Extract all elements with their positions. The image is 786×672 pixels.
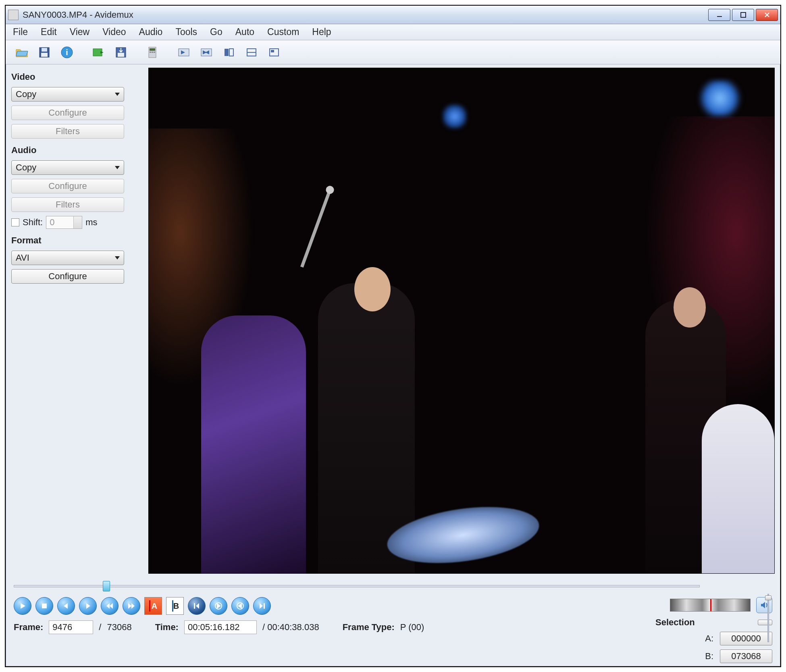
lower-panel: A B Frame: 9476 / 73068 Time: 00:05:16.1… — [6, 595, 780, 666]
toolbar-save-button[interactable] — [35, 43, 54, 62]
timeline-thumb[interactable] — [103, 581, 110, 591]
toolbar-crop-right-button[interactable] — [242, 43, 261, 62]
menu-auto[interactable]: Auto — [235, 25, 255, 39]
selection-heading: Selection — [655, 617, 695, 628]
app-window: SANY0003.MP4 - Avidemux File Edit View V… — [5, 5, 781, 667]
goto-end-button[interactable] — [231, 597, 249, 615]
time-label: Time: — [155, 622, 179, 633]
app-icon — [8, 10, 19, 20]
floppy-disk-icon — [37, 46, 51, 59]
minimize-button[interactable] — [708, 9, 730, 21]
jog-wheel[interactable] — [670, 599, 751, 612]
audio-shift-spinner[interactable]: 0 — [46, 216, 82, 229]
toolbar-preview-button[interactable] — [264, 43, 284, 62]
menu-tools[interactable]: Tools — [175, 25, 198, 39]
maximize-button[interactable] — [732, 9, 754, 21]
format-configure-button[interactable]: Configure — [11, 269, 124, 284]
calculator-icon — [146, 46, 159, 59]
frame-total: 73068 — [107, 622, 131, 633]
step-forward-icon — [84, 602, 92, 610]
svg-rect-18 — [229, 49, 233, 56]
audio-filters-button[interactable]: Filters — [11, 197, 124, 212]
svg-rect-4 — [41, 53, 48, 57]
toolbar-open-button[interactable] — [12, 43, 31, 62]
menu-file[interactable]: File — [12, 25, 29, 39]
selection-b-value[interactable]: 073068 — [720, 649, 772, 663]
toolbar-mark-in-button[interactable] — [174, 43, 193, 62]
toolbar-append-button[interactable] — [89, 43, 108, 62]
mark-out-icon — [200, 46, 213, 59]
svg-text:i: i — [66, 48, 68, 57]
save-video-icon — [114, 46, 128, 59]
skip-forward-icon — [258, 602, 266, 610]
menu-go[interactable]: Go — [209, 25, 223, 39]
video-codec-dropdown[interactable]: Copy — [11, 87, 124, 102]
frame-sep: / — [99, 622, 101, 633]
video-filters-button[interactable]: Filters — [11, 124, 124, 139]
mark-in-icon — [177, 46, 191, 59]
svg-rect-14 — [154, 52, 155, 53]
preview-wrap — [148, 68, 775, 574]
crop-left-icon — [222, 46, 236, 59]
set-marker-b-button[interactable]: B — [166, 597, 184, 615]
transport-controls: A B — [14, 597, 639, 615]
toolbar-mark-out-button[interactable] — [197, 43, 216, 62]
goto-start-icon — [214, 602, 222, 610]
next-black-frame-button[interactable] — [253, 597, 271, 615]
time-current-input[interactable]: 00:05:16.182 — [184, 620, 257, 634]
frame-label: Frame: — [14, 622, 43, 633]
timeline-slider[interactable] — [14, 580, 700, 592]
format-dropdown[interactable]: AVI — [11, 251, 124, 265]
frame-current-input[interactable]: 9476 — [49, 620, 93, 634]
menubar: File Edit View Video Audio Tools Go Auto… — [6, 24, 780, 40]
prev-keyframe-button[interactable] — [101, 597, 119, 615]
menu-edit[interactable]: Edit — [40, 25, 58, 39]
selection-a-value[interactable]: 000000 — [720, 632, 772, 645]
toolbar-info-button[interactable]: i — [57, 43, 77, 62]
video-configure-button[interactable]: Configure — [11, 106, 124, 120]
close-button[interactable] — [756, 9, 778, 21]
prev-black-frame-button[interactable] — [188, 597, 206, 615]
close-icon — [763, 11, 771, 19]
set-marker-a-button[interactable]: A — [144, 597, 162, 615]
volume-slider[interactable] — [765, 594, 771, 642]
chevron-down-icon — [115, 166, 120, 169]
format-section-heading: Format — [11, 235, 144, 246]
audio-codec-dropdown[interactable]: Copy — [11, 160, 124, 175]
timeline-track — [14, 585, 700, 587]
menu-audio[interactable]: Audio — [138, 25, 164, 39]
play-button[interactable] — [14, 597, 31, 615]
toolbar-save-video-button[interactable] — [111, 43, 131, 62]
audio-shift-unit: ms — [85, 217, 97, 228]
audio-shift-row: Shift: 0 ms — [11, 216, 144, 229]
svg-rect-1 — [741, 12, 746, 17]
menu-video[interactable]: Video — [102, 25, 127, 39]
svg-rect-12 — [150, 52, 151, 53]
prev-frame-button[interactable] — [57, 597, 75, 615]
rewind-icon — [106, 602, 114, 610]
time-total: / 00:40:38.038 — [262, 622, 319, 633]
stop-button[interactable] — [35, 597, 53, 615]
goto-end-icon — [236, 602, 244, 610]
status-row: Frame: 9476 / 73068 Time: 00:05:16.182 /… — [14, 620, 639, 634]
lower-left: A B Frame: 9476 / 73068 Time: 00:05:16.1… — [14, 597, 639, 663]
audio-shift-value: 0 — [50, 217, 54, 228]
folder-open-icon — [15, 46, 29, 59]
next-keyframe-button[interactable] — [123, 597, 140, 615]
next-frame-button[interactable] — [79, 597, 97, 615]
toolbar-calculator-button[interactable] — [143, 43, 162, 62]
audio-shift-checkbox[interactable] — [11, 218, 19, 226]
audio-configure-button[interactable]: Configure — [11, 179, 124, 193]
goto-start-button[interactable] — [210, 597, 227, 615]
menu-custom[interactable]: Custom — [266, 25, 300, 39]
append-video-icon — [91, 46, 105, 59]
menu-help[interactable]: Help — [311, 25, 332, 39]
video-preview[interactable] — [148, 68, 775, 574]
crop-right-icon — [245, 46, 258, 59]
toolbar-crop-left-button[interactable] — [219, 43, 239, 62]
main-area: Video Copy Configure Filters Audio Copy … — [6, 64, 780, 575]
menu-view[interactable]: View — [69, 25, 90, 39]
play-icon — [19, 602, 27, 610]
svg-rect-13 — [152, 52, 153, 53]
toolbar: i — [6, 40, 780, 64]
